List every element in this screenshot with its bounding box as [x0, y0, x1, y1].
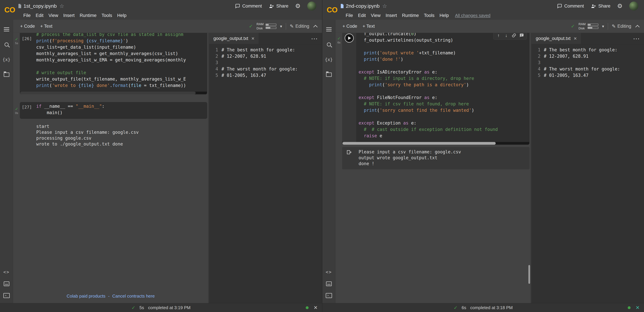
menu-edit[interactable]: Edit — [356, 12, 368, 19]
cell-output-area: Please input a csv filename: google.csvo… — [342, 147, 530, 169]
file-content[interactable]: 1# The best month for google:2# 12-2007,… — [209, 44, 322, 79]
cell-horizontal-scrollbar[interactable] — [20, 92, 207, 94]
notebook-vertical-scrollbar[interactable] — [528, 265, 530, 284]
variables-button[interactable]: {x} — [322, 52, 335, 67]
all-changes-saved-label[interactable]: All changes saved — [455, 13, 490, 18]
add-text-button[interactable]: + Text — [360, 22, 377, 30]
star-icon[interactable]: ☆ — [60, 3, 64, 9]
terminal-button[interactable]: >_ — [322, 290, 335, 302]
output-line: output wrote google_output.txt — [358, 155, 461, 161]
comment-button[interactable]: Comment — [235, 4, 262, 9]
code-editor[interactable]: if __name__ == "__main__": main() — [34, 102, 207, 119]
code-line: csv_list=get_data_list(input_filename) — [36, 44, 207, 50]
code-cell-27[interactable]: ✓ 0s [27] if __name__ == "__main__": mai… — [20, 102, 207, 119]
notebook-title[interactable]: 2nd-copy.ipynb — [346, 3, 380, 9]
notebook-footer: Colab paid products - Cancel contracts h… — [13, 294, 208, 303]
share-button[interactable]: Share — [591, 4, 610, 9]
files-button[interactable] — [322, 67, 335, 82]
move-cell-down-button[interactable]: ↓ — [503, 33, 510, 39]
comment-bubble-icon — [557, 4, 562, 8]
menu-file[interactable]: File — [21, 12, 33, 19]
close-tab-icon[interactable]: ✕ — [574, 36, 577, 41]
add-code-button[interactable]: + Code — [340, 22, 360, 30]
command-palette-button[interactable] — [0, 278, 13, 290]
cell-horizontal-scrollbar[interactable] — [342, 142, 529, 145]
ram-disk-indicator[interactable]: RAM Disk — [256, 22, 276, 30]
output-line: start — [36, 124, 207, 130]
code-cell-26[interactable]: ✓ 5s [26] # process the data_list by csv… — [20, 33, 207, 94]
colab-logo[interactable]: CO — [325, 0, 339, 20]
file-line: 2# 12-2007, 628.91 — [213, 54, 320, 60]
status-bar: ✓ 6s completed at 3:18 PM ✕ — [322, 303, 644, 312]
code-snippets-button[interactable]: <> — [0, 266, 13, 278]
panel-more-menu[interactable]: ⋯ — [633, 37, 640, 40]
code-editor[interactable]: f_output.truncate(0) f_output.writelines… — [356, 33, 530, 142]
menu-runtime[interactable]: Runtime — [400, 12, 422, 19]
share-button[interactable]: Share — [269, 4, 288, 9]
menu-insert[interactable]: Insert — [383, 12, 400, 19]
collapse-toolbar-chevron[interactable] — [313, 25, 318, 29]
menu-tools[interactable]: Tools — [421, 12, 437, 19]
file-content[interactable]: 1# The best month for google:2# 12-2007,… — [532, 44, 644, 79]
comment-button[interactable]: Comment — [557, 4, 584, 9]
notebook-title[interactable]: 1st_copy.ipynb — [24, 3, 57, 9]
ram-disk-indicator[interactable]: RAM Disk — [578, 22, 598, 30]
table-of-contents-button[interactable] — [0, 22, 13, 37]
editing-mode-button[interactable]: ✎ Editing — [612, 24, 631, 29]
menu-help[interactable]: Help — [114, 12, 129, 19]
panel-more-menu[interactable]: ⋯ — [311, 37, 318, 40]
variables-button[interactable]: {x} — [0, 52, 13, 67]
execution-count[interactable]: [26] — [20, 33, 34, 92]
execution-count[interactable]: [27] — [20, 102, 34, 119]
copy-cell-link-button[interactable] — [510, 33, 517, 39]
files-button[interactable] — [0, 67, 13, 82]
move-cell-up-button[interactable]: ↑ — [495, 33, 502, 39]
menu-view[interactable]: View — [46, 12, 61, 19]
code-line: print('wrote to {file} done'.format(file… — [36, 82, 207, 88]
table-of-contents-button[interactable] — [322, 22, 335, 37]
tab-google-output-txt[interactable]: google_output.txt ✕ — [532, 33, 581, 44]
run-cell-button[interactable] — [345, 34, 354, 43]
menu-runtime[interactable]: Runtime — [77, 12, 99, 19]
resources-dropdown-caret[interactable]: ▾ — [280, 24, 282, 29]
cancel-contracts-link[interactable]: Cancel contracts here — [112, 294, 155, 299]
completion-time: completed at 3:18 PM — [470, 305, 513, 310]
menu-help[interactable]: Help — [437, 12, 451, 19]
code-line: write_output_file(txt_filename, monthly_… — [36, 76, 207, 82]
add-text-button[interactable]: + Text — [38, 22, 55, 30]
close-status-button[interactable]: ✕ — [314, 305, 318, 310]
editing-mode-button[interactable]: ✎ Editing — [290, 24, 309, 29]
settings-gear-icon[interactable]: ⚙ — [617, 2, 622, 10]
tab-google-output-txt[interactable]: google_output.txt ✕ — [209, 33, 258, 44]
menu-tools[interactable]: Tools — [99, 12, 114, 19]
settings-gear-icon[interactable]: ⚙ — [295, 2, 300, 10]
menu-view[interactable]: View — [368, 12, 383, 19]
terminal-button[interactable]: >_ — [0, 290, 13, 302]
code-editor[interactable]: # process the data_list by csv file as s… — [34, 33, 207, 92]
menu-insert[interactable]: Insert — [61, 12, 77, 19]
toc-icon — [4, 27, 9, 32]
code-cell[interactable]: ✓ 6s ↑ ↓ — [342, 33, 530, 145]
code-line — [358, 88, 530, 94]
menu-edit[interactable]: Edit — [33, 12, 46, 19]
menu-file[interactable]: File — [343, 12, 356, 19]
command-palette-button[interactable] — [322, 278, 335, 290]
collapse-toolbar-chevron[interactable] — [635, 25, 640, 29]
close-status-button[interactable]: ✕ — [636, 305, 640, 310]
user-avatar[interactable] — [629, 2, 638, 10]
left-sidebar: {x} <> >_ — [322, 20, 336, 303]
code-line: print('sorry cannot find the file wanted… — [358, 107, 530, 114]
resources-dropdown-caret[interactable]: ▾ — [602, 24, 604, 29]
add-code-button[interactable]: + Code — [18, 22, 38, 30]
notebook-file-icon — [340, 4, 344, 8]
code-snippets-button[interactable]: <> — [322, 266, 335, 278]
search-button[interactable] — [0, 37, 13, 52]
file-line: 1# The best month for google: — [536, 47, 642, 54]
comment-cell-button[interactable] — [518, 33, 525, 39]
colab-logo[interactable]: CO — [3, 0, 17, 20]
search-button[interactable] — [322, 37, 335, 52]
colab-paid-products-link[interactable]: Colab paid products — [66, 294, 106, 299]
user-avatar[interactable] — [307, 2, 316, 10]
star-icon[interactable]: ☆ — [382, 3, 387, 9]
close-tab-icon[interactable]: ✕ — [251, 36, 254, 41]
